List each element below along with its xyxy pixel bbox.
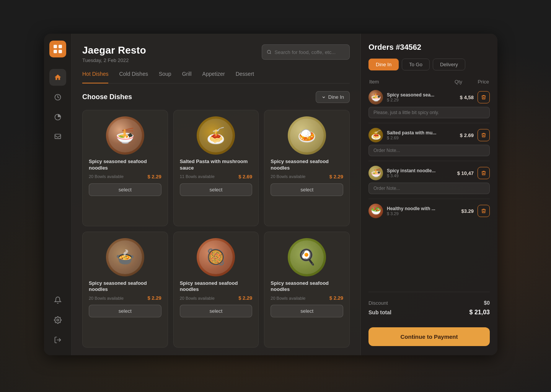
dish-emoji-3: 🍛 bbox=[290, 119, 324, 152]
order-item-row-3: 🍜 Spicy instant noodle... $ 3.49 $ 10,47 bbox=[368, 166, 490, 180]
dish-info-3: Spicy seasoned seafood noodles 20 Bowls … bbox=[271, 158, 343, 196]
order-item-row-2: 🍝 Salted pasta with mu... $ 2.69 $ 2.69 bbox=[368, 128, 490, 142]
dish-meta-5: 20 Bowls available $ 2.29 bbox=[180, 295, 253, 301]
dish-emoji-1: 🍜 bbox=[108, 119, 142, 152]
dishes-header: Choose Dishes Dine In bbox=[82, 91, 350, 103]
dine-in-filter-btn[interactable]: Dine In bbox=[316, 91, 350, 103]
dish-image-1: 🍜 bbox=[106, 116, 144, 155]
order-column-headers: Item Qty Price bbox=[368, 79, 490, 85]
tab-hot-dishes[interactable]: Hot Dishes bbox=[82, 71, 108, 78]
dish-price-1: $ 2.29 bbox=[148, 174, 161, 180]
orders-title: Orders #34562 bbox=[368, 43, 490, 52]
dishes-grid: 🍜 Spicy seasoned seafood noodles 20 Bowl… bbox=[82, 110, 350, 348]
order-type-dine-in[interactable]: Dine In bbox=[368, 59, 399, 70]
dish-meta-2: 11 Bowls available $ 2.69 bbox=[180, 174, 253, 180]
dish-card-5[interactable]: 🥘 Spicy seasoned seafood noodles 20 Bowl… bbox=[173, 232, 259, 348]
subtotal-value: $ 21,03 bbox=[469, 309, 490, 316]
restaurant-date: Tuesday, 2 Feb 2022 bbox=[82, 57, 146, 63]
order-note-row-3 bbox=[368, 183, 490, 194]
order-item-2: 🍝 Salted pasta with mu... $ 2.69 $ 2.69 bbox=[368, 128, 490, 156]
dish-card-1[interactable]: 🍜 Spicy seasoned seafood noodles 20 Bowl… bbox=[82, 110, 168, 226]
dish-card-6[interactable]: 🍳 Spicy seasoned seafood noodles 20 Bowl… bbox=[264, 232, 350, 348]
dish-image-2: 🍝 bbox=[197, 116, 235, 155]
dish-price-3: $ 2.29 bbox=[329, 174, 343, 180]
order-note-input-2[interactable] bbox=[368, 145, 490, 156]
order-item-img-4: 🥗 bbox=[368, 204, 383, 218]
order-item-total-1: $ 4,58 bbox=[451, 95, 474, 100]
discount-label: Discount bbox=[368, 300, 388, 306]
dish-image-5: 🥘 bbox=[197, 238, 235, 276]
dish-info-4: Spicy seasoned seafood noodles 20 Bowls … bbox=[89, 280, 161, 318]
order-type-to-go[interactable]: To Go bbox=[402, 59, 430, 70]
tab-cold-dishes[interactable]: Cold Dishes bbox=[119, 71, 148, 78]
dish-availability-5: 20 Bowls available bbox=[180, 296, 215, 301]
order-item-4: 🥗 Healthy noodle with ... $ 3.29 $3.29 bbox=[368, 204, 490, 218]
sidebar-item-notifications[interactable] bbox=[49, 292, 66, 309]
dish-select-btn-2[interactable]: select bbox=[180, 183, 253, 196]
dish-meta-4: 20 Bowls available $ 2.29 bbox=[89, 295, 161, 301]
dish-name-4: Spicy seasoned seafood noodles bbox=[89, 280, 161, 293]
svg-rect-1 bbox=[59, 45, 62, 48]
dish-name-5: Spicy seasoned seafood noodles bbox=[180, 280, 253, 293]
dish-select-btn-3[interactable]: select bbox=[271, 183, 343, 196]
dish-select-btn-4[interactable]: select bbox=[89, 305, 161, 317]
order-type-tabs: Dine In To Go Delivery bbox=[368, 59, 490, 70]
tab-dessert[interactable]: Dessert bbox=[236, 71, 254, 78]
order-item-row-4: 🥗 Healthy noodle with ... $ 3.29 $3.29 bbox=[368, 204, 490, 218]
dish-meta-3: 20 Bowls available $ 2.29 bbox=[271, 174, 343, 180]
app-logo bbox=[49, 41, 66, 57]
dish-select-btn-6[interactable]: select bbox=[271, 305, 343, 317]
dish-info-1: Spicy seasoned seafood noodles 20 Bowls … bbox=[89, 158, 161, 196]
svg-line-10 bbox=[270, 53, 271, 54]
dish-availability-1: 20 Bowls available bbox=[89, 174, 124, 179]
sidebar-item-home[interactable] bbox=[49, 69, 66, 86]
dish-price-5: $ 2.29 bbox=[238, 295, 252, 301]
dish-card-2[interactable]: 🍝 Salted Pasta with mushroom sauce 11 Bo… bbox=[173, 110, 259, 226]
order-note-row-1 bbox=[368, 107, 490, 118]
dish-availability-2: 11 Bowls available bbox=[180, 174, 215, 179]
order-delete-btn-2[interactable] bbox=[478, 129, 490, 141]
restaurant-name: Jaegar Resto bbox=[82, 44, 146, 56]
order-type-delivery[interactable]: Delivery bbox=[433, 59, 465, 70]
dish-card-3[interactable]: 🍛 Spicy seasoned seafood noodles 20 Bowl… bbox=[264, 110, 350, 226]
discount-row: Discount $0 bbox=[368, 298, 490, 307]
order-delete-btn-4[interactable] bbox=[478, 205, 490, 217]
order-delete-btn-1[interactable] bbox=[478, 91, 490, 103]
orders-panel: Orders #34562 Dine In To Go Delivery Ite… bbox=[360, 34, 497, 355]
order-item-unit-price-1: $ 2.29 bbox=[387, 98, 447, 102]
dish-availability-4: 20 Bowls available bbox=[89, 296, 124, 301]
sidebar-item-settings[interactable] bbox=[49, 312, 66, 328]
dish-emoji-5: 🥘 bbox=[199, 240, 233, 274]
main-header: Jaegar Resto Tuesday, 2 Feb 2022 bbox=[82, 44, 350, 63]
dish-select-btn-5[interactable]: select bbox=[180, 305, 253, 317]
tab-grill[interactable]: Grill bbox=[182, 71, 192, 78]
order-item-details-4: Healthy noodle with ... $ 3.29 bbox=[387, 206, 447, 216]
tab-soup[interactable]: Soup bbox=[159, 71, 171, 78]
dish-select-btn-1[interactable]: select bbox=[89, 183, 161, 196]
sidebar-item-analytics[interactable] bbox=[49, 109, 66, 126]
search-input[interactable] bbox=[275, 49, 345, 55]
dish-card-4[interactable]: 🍲 Spicy seasoned seafood noodles 20 Bowl… bbox=[82, 232, 168, 348]
subtotal-label: Sub total bbox=[368, 309, 391, 315]
dish-name-2: Salted Pasta with mushroom sauce bbox=[180, 158, 253, 172]
sidebar-item-logout[interactable] bbox=[49, 332, 66, 348]
dish-info-6: Spicy seasoned seafood noodles 20 Bowls … bbox=[271, 280, 343, 318]
order-note-input-1[interactable] bbox=[368, 107, 490, 118]
order-item-divider-1 bbox=[368, 161, 490, 161]
discount-value: $0 bbox=[484, 300, 490, 306]
dish-image-4: 🍲 bbox=[106, 238, 144, 276]
order-note-input-3[interactable] bbox=[368, 183, 490, 194]
search-bar[interactable] bbox=[262, 44, 350, 60]
continue-payment-btn[interactable]: Continue to Payment bbox=[368, 327, 490, 346]
order-item-1: 🍜 Spicy seasoned sea... $ 2.29 $ 4,58 bbox=[368, 90, 490, 118]
dish-emoji-6: 🍳 bbox=[290, 240, 324, 274]
dish-availability-6: 20 Bowls available bbox=[271, 296, 305, 301]
svg-rect-0 bbox=[54, 45, 57, 48]
order-delete-btn-3[interactable] bbox=[478, 167, 490, 179]
sidebar-item-messages[interactable] bbox=[49, 129, 66, 145]
col-qty-header: Qty bbox=[451, 79, 466, 85]
tab-appetizer[interactable]: Appetizer bbox=[202, 71, 225, 78]
dish-price-2: $ 2.69 bbox=[238, 174, 252, 180]
sidebar-item-clock[interactable] bbox=[49, 89, 66, 106]
dish-emoji-4: 🍲 bbox=[108, 240, 142, 274]
